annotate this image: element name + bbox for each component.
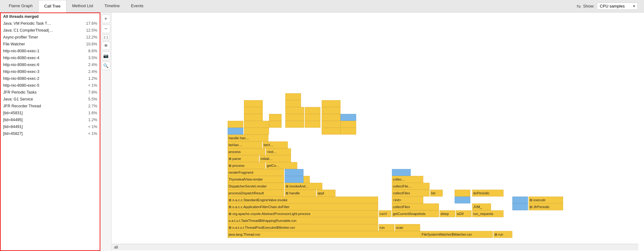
flame-bar[interactable]: run xyxy=(379,224,394,231)
flame-bar[interactable] xyxy=(269,114,282,121)
left-panel-item[interactable]: Java: VM Periodic Task T…17.6% xyxy=(1,20,100,27)
flame-bar[interactable] xyxy=(285,100,301,107)
flame-bar[interactable]: process xyxy=(228,148,265,155)
eye-button[interactable]: 👁 xyxy=(102,41,110,50)
tab-call-tree[interactable]: Call Tree xyxy=(38,0,66,13)
flame-bar[interactable]: <init… xyxy=(266,148,291,155)
flame-bar[interactable]: collec… xyxy=(392,176,423,183)
flame-bar[interactable]: run_requests xyxy=(472,210,504,217)
left-panel-item[interactable]: Java: C1 CompilerThread(…12.5% xyxy=(1,27,100,34)
flame-bar[interactable]: collectFiles xyxy=(392,203,439,210)
flame-bar[interactable]: o.a.t.u.t.TaskThread$WrappingRunnable.ru… xyxy=(228,217,378,224)
flame-bar[interactable] xyxy=(228,121,243,128)
flame-bar[interactable] xyxy=(285,121,304,128)
left-panel-item[interactable]: http-nio-8080-exec-43.5% xyxy=(1,54,100,61)
left-panel-item[interactable]: http-nio-8080-exec-18.6% xyxy=(1,48,100,54)
flame-bar[interactable] xyxy=(322,107,340,114)
flame-bar[interactable] xyxy=(455,197,470,203)
flame-bar[interactable]: processDispatchResult xyxy=(228,190,284,197)
left-panel-item[interactable]: JFR Recorder Thread2.7% xyxy=(1,103,100,110)
flame-bar[interactable]: getCurrentSnapshots xyxy=(392,210,439,217)
flame-bar[interactable] xyxy=(340,128,356,135)
flame-bar[interactable] xyxy=(305,114,320,121)
flame-bar[interactable]: ThymeleafView.render xyxy=(228,176,284,183)
flame-bar[interactable] xyxy=(305,121,320,128)
flame-bar[interactable]: scan xyxy=(395,224,420,231)
flame-bar[interactable] xyxy=(322,114,340,121)
flame-bar[interactable]: handle han… xyxy=(228,135,268,141)
flame-bar[interactable] xyxy=(244,114,263,121)
flame-bar[interactable]: ⊞ parse xyxy=(228,155,259,162)
flame-bar[interactable] xyxy=(340,121,356,128)
flame-bar[interactable] xyxy=(340,114,356,121)
navigate-icon[interactable]: ⇆ xyxy=(574,2,583,11)
flame-bar[interactable]: JVM_ xyxy=(472,203,491,210)
left-panel-item[interactable]: JFR Periodic Tasks7.8% xyxy=(1,89,100,96)
flame-bar[interactable]: collectFiles xyxy=(392,190,430,197)
flame-bar[interactable] xyxy=(322,100,340,107)
flame-bar[interactable]: appl xyxy=(317,190,335,197)
camera-button[interactable]: 📷 xyxy=(102,51,110,60)
flame-bar[interactable] xyxy=(244,121,269,128)
zoom-ratio-button[interactable]: 1:1 xyxy=(102,34,110,40)
flame-bar[interactable]: doPeriodic xyxy=(472,190,504,197)
flame-bar[interactable] xyxy=(322,128,340,135)
flame-bar[interactable]: java.lang.Thread.run xyxy=(228,231,447,238)
flame-bar[interactable]: ⊞ execute xyxy=(529,197,563,203)
flame-bar[interactable]: getCo… xyxy=(266,162,297,169)
left-panel-item[interactable]: http-nio-8080-exec-21.2% xyxy=(1,75,100,82)
left-panel-item[interactable]: Async-profiler Timer12.2% xyxy=(1,34,100,41)
zoom-in-button[interactable]: + xyxy=(102,14,110,23)
flame-bar[interactable] xyxy=(285,169,304,176)
flame-bar[interactable] xyxy=(285,93,301,100)
left-panel-item[interactable]: http-nio-8080-exec-62.4% xyxy=(1,61,100,68)
left-panel-item[interactable]: [tid=84491]< 1% xyxy=(1,123,100,130)
flame-bar[interactable]: <init> xyxy=(392,197,423,203)
show-select[interactable]: CPU samples Allocation Wall clock xyxy=(597,3,638,10)
flame-bar[interactable]: ⊞ handle xyxy=(285,190,316,197)
left-panel-item[interactable]: Java: G1 Service5.5% xyxy=(1,96,100,103)
flame-bar[interactable]: runV xyxy=(379,210,391,217)
flame-bar[interactable]: ⊞ process xyxy=(228,162,265,169)
left-panel-item[interactable]: http-nio-8080-exec-5< 1% xyxy=(1,82,100,89)
flame-bar[interactable] xyxy=(512,203,528,210)
flame-bar[interactable]: ⊞ invokeAnd… xyxy=(285,183,322,190)
flame-bar[interactable]: beHan… xyxy=(228,141,262,148)
flame-bar[interactable] xyxy=(228,128,243,135)
flame-bar[interactable]: isDif xyxy=(456,210,472,217)
flame-bar[interactable] xyxy=(285,176,304,183)
flame-bar[interactable] xyxy=(244,100,263,107)
flame-bar[interactable] xyxy=(285,107,304,114)
flame-bar[interactable]: ⊞ o.a.c.c.ApplicationFilterChain.doFilte… xyxy=(228,203,378,210)
left-panel-item[interactable]: [tid=84495]1.2% xyxy=(1,116,100,123)
flame-bar[interactable] xyxy=(244,128,269,135)
flame-bar[interactable]: list xyxy=(430,190,443,197)
tab-events[interactable]: Events xyxy=(125,0,149,13)
left-panel-item[interactable]: [tid=45831]1.6% xyxy=(1,110,100,116)
flame-bar[interactable]: collectFile… xyxy=(392,183,430,190)
flame-bar[interactable]: ⊞ JfrPeriodic xyxy=(529,203,563,210)
left-panel-item[interactable]: [tid=45827]< 1% xyxy=(1,130,100,137)
search-button[interactable]: 🔍 xyxy=(102,61,110,70)
flame-bar[interactable] xyxy=(512,197,528,203)
flame-area[interactable]: java.lang.Thread.run⊞ o.a.t.u.t.ThreadPo… xyxy=(112,13,644,251)
flame-bar[interactable]: DispatcherServlet.render xyxy=(228,183,284,190)
flame-bar[interactable]: ⊞ o.a.c.c.StandardEngineValve.invoke xyxy=(228,197,378,203)
flame-bar[interactable]: initiali… xyxy=(260,155,291,162)
flame-bar[interactable]: ⊞ run xyxy=(494,231,512,238)
flame-bar[interactable] xyxy=(244,107,263,114)
flame-bar[interactable] xyxy=(322,121,340,128)
flame-bar[interactable] xyxy=(285,114,304,121)
left-panel-item[interactable]: http-nio-8080-exec-32.4% xyxy=(1,68,100,75)
zoom-out-button[interactable]: − xyxy=(102,24,110,33)
tab-timeline[interactable]: Timeline xyxy=(99,0,125,13)
flame-bar[interactable] xyxy=(455,190,470,197)
left-panel-item[interactable]: File Watcher10.6% xyxy=(1,41,100,48)
tab-method-list[interactable]: Method List xyxy=(66,0,99,13)
flame-bar[interactable] xyxy=(392,169,411,176)
flame-bar[interactable]: beH… xyxy=(263,141,288,148)
flame-bar[interactable] xyxy=(269,121,282,128)
flame-bar[interactable]: ⊞ org.apache.coyote.AbstractProcessorLig… xyxy=(228,210,378,217)
flame-bar[interactable]: sleep xyxy=(440,210,455,217)
flame-bar[interactable] xyxy=(305,107,320,114)
